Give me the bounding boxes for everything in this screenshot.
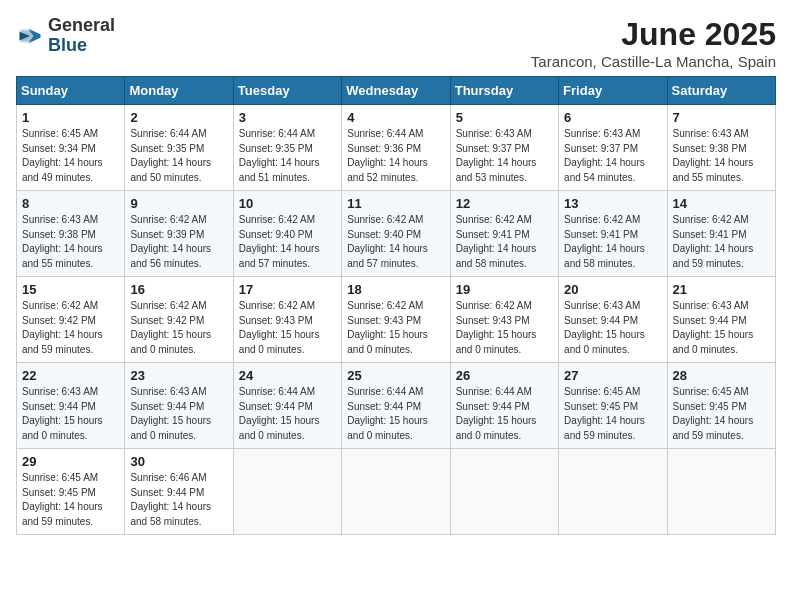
day-info: Sunrise: 6:43 AMSunset: 9:38 PMDaylight:… — [22, 213, 119, 271]
day-info: Sunrise: 6:43 AMSunset: 9:37 PMDaylight:… — [456, 127, 553, 185]
day-number: 2 — [130, 110, 227, 125]
day-number: 3 — [239, 110, 336, 125]
calendar-cell — [342, 449, 450, 535]
calendar-cell: 19 Sunrise: 6:42 AMSunset: 9:43 PMDaylig… — [450, 277, 558, 363]
calendar-cell: 20 Sunrise: 6:43 AMSunset: 9:44 PMDaylig… — [559, 277, 667, 363]
calendar-cell: 6 Sunrise: 6:43 AMSunset: 9:37 PMDayligh… — [559, 105, 667, 191]
calendar-cell: 14 Sunrise: 6:42 AMSunset: 9:41 PMDaylig… — [667, 191, 775, 277]
calendar-week-5: 29 Sunrise: 6:45 AMSunset: 9:45 PMDaylig… — [17, 449, 776, 535]
day-number: 20 — [564, 282, 661, 297]
day-number: 21 — [673, 282, 770, 297]
day-number: 15 — [22, 282, 119, 297]
day-info: Sunrise: 6:45 AMSunset: 9:45 PMDaylight:… — [22, 471, 119, 529]
calendar-cell: 4 Sunrise: 6:44 AMSunset: 9:36 PMDayligh… — [342, 105, 450, 191]
day-number: 12 — [456, 196, 553, 211]
day-info: Sunrise: 6:42 AMSunset: 9:42 PMDaylight:… — [130, 299, 227, 357]
calendar-cell: 24 Sunrise: 6:44 AMSunset: 9:44 PMDaylig… — [233, 363, 341, 449]
day-info: Sunrise: 6:42 AMSunset: 9:41 PMDaylight:… — [456, 213, 553, 271]
calendar-cell: 18 Sunrise: 6:42 AMSunset: 9:43 PMDaylig… — [342, 277, 450, 363]
calendar-cell — [559, 449, 667, 535]
day-info: Sunrise: 6:44 AMSunset: 9:35 PMDaylight:… — [239, 127, 336, 185]
calendar-cell — [233, 449, 341, 535]
calendar-week-4: 22 Sunrise: 6:43 AMSunset: 9:44 PMDaylig… — [17, 363, 776, 449]
calendar-cell: 15 Sunrise: 6:42 AMSunset: 9:42 PMDaylig… — [17, 277, 125, 363]
day-info: Sunrise: 6:43 AMSunset: 9:44 PMDaylight:… — [564, 299, 661, 357]
day-number: 24 — [239, 368, 336, 383]
calendar-cell: 16 Sunrise: 6:42 AMSunset: 9:42 PMDaylig… — [125, 277, 233, 363]
calendar-week-3: 15 Sunrise: 6:42 AMSunset: 9:42 PMDaylig… — [17, 277, 776, 363]
day-info: Sunrise: 6:42 AMSunset: 9:43 PMDaylight:… — [456, 299, 553, 357]
day-info: Sunrise: 6:42 AMSunset: 9:40 PMDaylight:… — [347, 213, 444, 271]
calendar-cell: 17 Sunrise: 6:42 AMSunset: 9:43 PMDaylig… — [233, 277, 341, 363]
calendar-cell: 21 Sunrise: 6:43 AMSunset: 9:44 PMDaylig… — [667, 277, 775, 363]
calendar-cell: 2 Sunrise: 6:44 AMSunset: 9:35 PMDayligh… — [125, 105, 233, 191]
calendar-cell: 28 Sunrise: 6:45 AMSunset: 9:45 PMDaylig… — [667, 363, 775, 449]
day-info: Sunrise: 6:42 AMSunset: 9:40 PMDaylight:… — [239, 213, 336, 271]
logo: General Blue — [16, 16, 115, 56]
calendar-cell: 26 Sunrise: 6:44 AMSunset: 9:44 PMDaylig… — [450, 363, 558, 449]
calendar-cell: 9 Sunrise: 6:42 AMSunset: 9:39 PMDayligh… — [125, 191, 233, 277]
logo-icon — [16, 22, 44, 50]
day-number: 7 — [673, 110, 770, 125]
day-info: Sunrise: 6:45 AMSunset: 9:45 PMDaylight:… — [673, 385, 770, 443]
day-info: Sunrise: 6:42 AMSunset: 9:42 PMDaylight:… — [22, 299, 119, 357]
weekday-header-saturday: Saturday — [667, 77, 775, 105]
day-info: Sunrise: 6:44 AMSunset: 9:44 PMDaylight:… — [456, 385, 553, 443]
day-info: Sunrise: 6:44 AMSunset: 9:35 PMDaylight:… — [130, 127, 227, 185]
day-number: 26 — [456, 368, 553, 383]
calendar-table: SundayMondayTuesdayWednesdayThursdayFrid… — [16, 76, 776, 535]
page-header: General Blue June 2025 Tarancon, Castill… — [16, 16, 776, 70]
day-number: 23 — [130, 368, 227, 383]
weekday-header-sunday: Sunday — [17, 77, 125, 105]
day-number: 29 — [22, 454, 119, 469]
calendar-cell: 3 Sunrise: 6:44 AMSunset: 9:35 PMDayligh… — [233, 105, 341, 191]
calendar-cell: 30 Sunrise: 6:46 AMSunset: 9:44 PMDaylig… — [125, 449, 233, 535]
day-number: 6 — [564, 110, 661, 125]
day-info: Sunrise: 6:44 AMSunset: 9:44 PMDaylight:… — [347, 385, 444, 443]
day-info: Sunrise: 6:42 AMSunset: 9:43 PMDaylight:… — [239, 299, 336, 357]
calendar-cell: 13 Sunrise: 6:42 AMSunset: 9:41 PMDaylig… — [559, 191, 667, 277]
day-info: Sunrise: 6:43 AMSunset: 9:44 PMDaylight:… — [130, 385, 227, 443]
day-number: 22 — [22, 368, 119, 383]
day-info: Sunrise: 6:45 AMSunset: 9:34 PMDaylight:… — [22, 127, 119, 185]
logo-text: General Blue — [48, 16, 115, 56]
day-number: 1 — [22, 110, 119, 125]
calendar-cell: 22 Sunrise: 6:43 AMSunset: 9:44 PMDaylig… — [17, 363, 125, 449]
weekday-header-thursday: Thursday — [450, 77, 558, 105]
calendar-cell: 12 Sunrise: 6:42 AMSunset: 9:41 PMDaylig… — [450, 191, 558, 277]
day-info: Sunrise: 6:42 AMSunset: 9:39 PMDaylight:… — [130, 213, 227, 271]
day-info: Sunrise: 6:44 AMSunset: 9:44 PMDaylight:… — [239, 385, 336, 443]
day-number: 18 — [347, 282, 444, 297]
calendar-cell: 1 Sunrise: 6:45 AMSunset: 9:34 PMDayligh… — [17, 105, 125, 191]
day-info: Sunrise: 6:43 AMSunset: 9:38 PMDaylight:… — [673, 127, 770, 185]
calendar-cell: 27 Sunrise: 6:45 AMSunset: 9:45 PMDaylig… — [559, 363, 667, 449]
day-info: Sunrise: 6:45 AMSunset: 9:45 PMDaylight:… — [564, 385, 661, 443]
weekday-header-row: SundayMondayTuesdayWednesdayThursdayFrid… — [17, 77, 776, 105]
day-info: Sunrise: 6:43 AMSunset: 9:37 PMDaylight:… — [564, 127, 661, 185]
day-number: 28 — [673, 368, 770, 383]
calendar-cell: 29 Sunrise: 6:45 AMSunset: 9:45 PMDaylig… — [17, 449, 125, 535]
day-info: Sunrise: 6:44 AMSunset: 9:36 PMDaylight:… — [347, 127, 444, 185]
day-number: 10 — [239, 196, 336, 211]
day-info: Sunrise: 6:43 AMSunset: 9:44 PMDaylight:… — [673, 299, 770, 357]
day-info: Sunrise: 6:43 AMSunset: 9:44 PMDaylight:… — [22, 385, 119, 443]
calendar-cell: 10 Sunrise: 6:42 AMSunset: 9:40 PMDaylig… — [233, 191, 341, 277]
day-number: 30 — [130, 454, 227, 469]
day-number: 8 — [22, 196, 119, 211]
weekday-header-tuesday: Tuesday — [233, 77, 341, 105]
day-number: 25 — [347, 368, 444, 383]
title-area: June 2025 Tarancon, Castille-La Mancha, … — [531, 16, 776, 70]
day-number: 14 — [673, 196, 770, 211]
calendar-week-1: 1 Sunrise: 6:45 AMSunset: 9:34 PMDayligh… — [17, 105, 776, 191]
calendar-cell: 7 Sunrise: 6:43 AMSunset: 9:38 PMDayligh… — [667, 105, 775, 191]
calendar-cell — [667, 449, 775, 535]
day-info: Sunrise: 6:42 AMSunset: 9:43 PMDaylight:… — [347, 299, 444, 357]
day-info: Sunrise: 6:42 AMSunset: 9:41 PMDaylight:… — [564, 213, 661, 271]
day-number: 9 — [130, 196, 227, 211]
day-info: Sunrise: 6:46 AMSunset: 9:44 PMDaylight:… — [130, 471, 227, 529]
day-number: 13 — [564, 196, 661, 211]
calendar-cell: 8 Sunrise: 6:43 AMSunset: 9:38 PMDayligh… — [17, 191, 125, 277]
calendar-cell: 5 Sunrise: 6:43 AMSunset: 9:37 PMDayligh… — [450, 105, 558, 191]
day-number: 5 — [456, 110, 553, 125]
day-number: 4 — [347, 110, 444, 125]
